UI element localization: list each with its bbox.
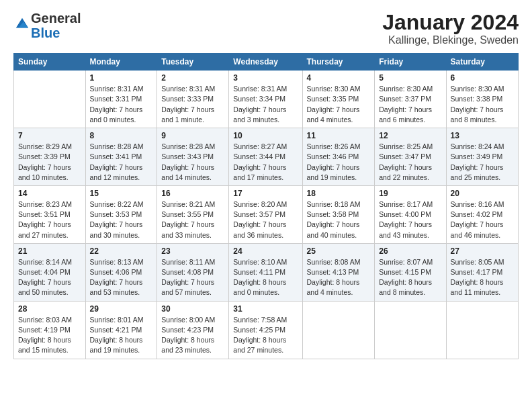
day-info: Sunrise: 8:10 AMSunset: 4:11 PMDaylight:… [233,257,298,298]
day-number: 26 [379,246,441,256]
day-number: 22 [90,246,153,256]
day-number: 19 [379,189,441,198]
day-info: Sunrise: 8:25 AMSunset: 3:47 PMDaylight:… [379,142,441,183]
day-info: Sunrise: 8:03 AMSunset: 4:19 PMDaylight:… [18,315,81,356]
calendar-cell: 28Sunrise: 8:03 AMSunset: 4:19 PMDayligh… [14,301,86,359]
day-info: Sunrise: 8:23 AMSunset: 3:51 PMDaylight:… [18,199,81,240]
calendar-cell: 16Sunrise: 8:21 AMSunset: 3:55 PMDayligh… [157,185,229,243]
calendar-cell: 8Sunrise: 8:28 AMSunset: 3:41 PMDaylight… [85,128,157,186]
calendar-week-2: 7Sunrise: 8:29 AMSunset: 3:39 PMDaylight… [14,128,519,186]
day-info: Sunrise: 8:30 AMSunset: 3:38 PMDaylight:… [451,84,514,125]
day-number: 17 [233,189,298,198]
day-info: Sunrise: 8:28 AMSunset: 3:43 PMDaylight:… [161,142,224,183]
title-block: January 2024 Kallinge, Blekinge, Sweden [382,11,519,46]
day-number: 15 [90,189,153,198]
calendar-cell: 11Sunrise: 8:26 AMSunset: 3:46 PMDayligh… [302,128,375,186]
logo: General Blue [13,11,81,40]
day-number: 2 [161,73,224,83]
day-number: 31 [233,304,298,314]
th-saturday: Saturday [446,54,518,71]
day-info: Sunrise: 8:14 AMSunset: 4:04 PMDaylight:… [18,257,81,298]
day-info: Sunrise: 7:58 AMSunset: 4:25 PMDaylight:… [233,315,298,356]
calendar-cell: 24Sunrise: 8:10 AMSunset: 4:11 PMDayligh… [229,243,302,301]
day-number: 4 [307,73,371,83]
day-number: 18 [307,189,371,198]
day-info: Sunrise: 8:31 AMSunset: 3:34 PMDaylight:… [233,84,298,125]
calendar-week-4: 21Sunrise: 8:14 AMSunset: 4:04 PMDayligh… [14,243,519,301]
calendar-cell: 31Sunrise: 7:58 AMSunset: 4:25 PMDayligh… [229,301,302,359]
day-number: 16 [161,189,224,198]
th-tuesday: Tuesday [157,54,229,71]
day-info: Sunrise: 8:22 AMSunset: 3:53 PMDaylight:… [90,199,153,240]
day-number: 9 [161,131,224,140]
day-info: Sunrise: 8:17 AMSunset: 4:00 PMDaylight:… [379,199,441,240]
day-number: 20 [451,189,514,198]
day-info: Sunrise: 8:01 AMSunset: 4:21 PMDaylight:… [90,315,153,356]
day-info: Sunrise: 8:20 AMSunset: 3:57 PMDaylight:… [233,199,298,240]
calendar-title: January 2024 [382,11,519,34]
calendar-cell: 22Sunrise: 8:13 AMSunset: 4:06 PMDayligh… [85,243,157,301]
day-number: 5 [379,73,441,83]
calendar-cell [302,301,375,359]
day-number: 23 [161,246,224,256]
day-info: Sunrise: 8:08 AMSunset: 4:13 PMDaylight:… [307,257,371,298]
calendar-cell [375,301,446,359]
day-number: 3 [233,73,298,83]
day-info: Sunrise: 8:21 AMSunset: 3:55 PMDaylight:… [161,199,224,240]
header: General Blue January 2024 Kallinge, Blek… [13,11,519,46]
day-info: Sunrise: 8:07 AMSunset: 4:15 PMDaylight:… [379,257,441,298]
calendar-cell: 15Sunrise: 8:22 AMSunset: 3:53 PMDayligh… [85,185,157,243]
calendar-cell: 13Sunrise: 8:24 AMSunset: 3:49 PMDayligh… [446,128,518,186]
calendar-cell: 7Sunrise: 8:29 AMSunset: 3:39 PMDaylight… [14,128,86,186]
calendar-cell [14,71,86,128]
day-info: Sunrise: 8:30 AMSunset: 3:35 PMDaylight:… [307,84,371,125]
th-sunday: Sunday [14,54,86,71]
day-number: 29 [90,304,153,314]
day-number: 1 [90,73,153,83]
th-friday: Friday [375,54,446,71]
day-info: Sunrise: 8:11 AMSunset: 4:08 PMDaylight:… [161,257,224,298]
calendar-cell: 25Sunrise: 8:08 AMSunset: 4:13 PMDayligh… [302,243,375,301]
day-number: 7 [18,131,81,140]
day-info: Sunrise: 8:00 AMSunset: 4:23 PMDaylight:… [161,315,224,356]
calendar-cell: 17Sunrise: 8:20 AMSunset: 3:57 PMDayligh… [229,185,302,243]
calendar-cell: 9Sunrise: 8:28 AMSunset: 3:43 PMDaylight… [157,128,229,186]
th-thursday: Thursday [302,54,375,71]
day-info: Sunrise: 8:18 AMSunset: 3:58 PMDaylight:… [307,199,371,240]
calendar-cell: 19Sunrise: 8:17 AMSunset: 4:00 PMDayligh… [375,185,446,243]
day-number: 24 [233,246,298,256]
calendar-table: Sunday Monday Tuesday Wednesday Thursday… [13,53,519,359]
day-info: Sunrise: 8:28 AMSunset: 3:41 PMDaylight:… [90,142,153,183]
calendar-cell: 29Sunrise: 8:01 AMSunset: 4:21 PMDayligh… [85,301,157,359]
calendar-week-5: 28Sunrise: 8:03 AMSunset: 4:19 PMDayligh… [14,301,519,359]
calendar-cell: 4Sunrise: 8:30 AMSunset: 3:35 PMDaylight… [302,71,375,128]
calendar-cell: 20Sunrise: 8:16 AMSunset: 4:02 PMDayligh… [446,185,518,243]
day-info: Sunrise: 8:31 AMSunset: 3:31 PMDaylight:… [90,84,153,125]
page: General Blue January 2024 Kallinge, Blek… [0,0,532,411]
calendar-cell: 14Sunrise: 8:23 AMSunset: 3:51 PMDayligh… [14,185,86,243]
day-number: 10 [233,131,298,140]
calendar-cell: 12Sunrise: 8:25 AMSunset: 3:47 PMDayligh… [375,128,446,186]
calendar-cell: 23Sunrise: 8:11 AMSunset: 4:08 PMDayligh… [157,243,229,301]
calendar-cell: 3Sunrise: 8:31 AMSunset: 3:34 PMDaylight… [229,71,302,128]
calendar-cell: 21Sunrise: 8:14 AMSunset: 4:04 PMDayligh… [14,243,86,301]
day-info: Sunrise: 8:13 AMSunset: 4:06 PMDaylight:… [90,257,153,298]
calendar-cell: 27Sunrise: 8:05 AMSunset: 4:17 PMDayligh… [446,243,518,301]
day-number: 13 [451,131,514,140]
calendar-cell: 10Sunrise: 8:27 AMSunset: 3:44 PMDayligh… [229,128,302,186]
calendar-cell: 30Sunrise: 8:00 AMSunset: 4:23 PMDayligh… [157,301,229,359]
day-info: Sunrise: 8:26 AMSunset: 3:46 PMDaylight:… [307,142,371,183]
th-wednesday: Wednesday [229,54,302,71]
day-info: Sunrise: 8:29 AMSunset: 3:39 PMDaylight:… [18,142,81,183]
calendar-cell: 5Sunrise: 8:30 AMSunset: 3:37 PMDaylight… [375,71,446,128]
calendar-cell: 26Sunrise: 8:07 AMSunset: 4:15 PMDayligh… [375,243,446,301]
logo-general-text: General [31,11,81,26]
day-number: 30 [161,304,224,314]
day-number: 21 [18,246,81,256]
day-number: 28 [18,304,81,314]
calendar-cell: 2Sunrise: 8:31 AMSunset: 3:33 PMDaylight… [157,71,229,128]
day-info: Sunrise: 8:30 AMSunset: 3:37 PMDaylight:… [379,84,441,125]
th-monday: Monday [85,54,157,71]
calendar-week-1: 1Sunrise: 8:31 AMSunset: 3:31 PMDaylight… [14,71,519,128]
day-number: 12 [379,131,441,140]
